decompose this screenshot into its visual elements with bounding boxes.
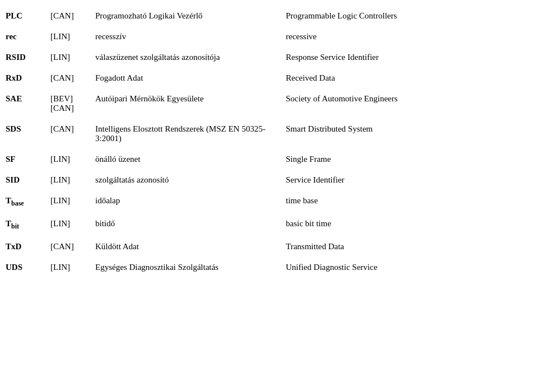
- native-cell: Küldött Adat: [90, 236, 280, 257]
- type-label: [BEV]: [50, 94, 73, 103]
- english-cell: Single Frame: [280, 149, 538, 170]
- english-text: recessive: [286, 32, 317, 41]
- type-label: [LIN]: [50, 219, 70, 228]
- table-row: rec[LIN]recesszívrecessive: [0, 26, 538, 47]
- english-text: Single Frame: [286, 155, 331, 164]
- abbr-cell: PLC: [0, 6, 45, 26]
- abbr-text: UDS: [6, 263, 22, 272]
- native-cell: szolgáltatás azonosító: [90, 170, 280, 190]
- abbr-cell: SAE: [0, 88, 45, 119]
- abbr-cell: SDS: [0, 119, 45, 149]
- type-cell: [CAN]: [45, 236, 90, 257]
- abbr-cell: SID: [0, 170, 45, 190]
- type-label: [LIN]: [50, 53, 70, 62]
- native-text: Fogadott Adat: [95, 73, 143, 82]
- table-row: SAE[BEV][CAN]Autóipari Mérnökök Egyesüle…: [0, 88, 538, 119]
- native-cell: Egységes Diagnosztikai Szolgáltatás: [90, 257, 280, 278]
- type-cell: [LIN]: [45, 213, 90, 236]
- abbr-text: T: [6, 219, 11, 228]
- english-cell: Unified Diagnostic Service: [280, 257, 538, 278]
- table-row: UDS[LIN]Egységes Diagnosztikai Szolgálta…: [0, 257, 538, 278]
- english-text: Unified Diagnostic Service: [286, 263, 377, 272]
- english-text: basic bit time: [286, 219, 331, 228]
- abbr-cell: Tbase: [0, 190, 45, 213]
- native-text: Autóipari Mérnökök Egyesülete: [95, 94, 203, 103]
- english-cell: Transmitted Data: [280, 236, 538, 257]
- abbr-text: SDS: [6, 124, 21, 133]
- type-cell: [LIN]: [45, 257, 90, 278]
- table-row: Tbase[LIN]időalaptime base: [0, 190, 538, 213]
- native-text: recesszív: [95, 32, 126, 41]
- type-label: [CAN]: [50, 104, 74, 113]
- type-cell: [LIN]: [45, 190, 90, 213]
- abbr-text: T: [6, 196, 11, 205]
- native-cell: Intelligens Elosztott Rendszerek (MSZ EN…: [90, 119, 280, 149]
- type-label: [LIN]: [50, 32, 70, 41]
- abbr-cell: RxD: [0, 68, 45, 88]
- native-text: Programozható Logikai Vezérlő: [95, 11, 202, 20]
- abbr-text: SID: [6, 175, 20, 184]
- type-label: [LIN]: [50, 196, 70, 205]
- english-text: Transmitted Data: [286, 242, 344, 251]
- native-text: Egységes Diagnosztikai Szolgáltatás: [95, 263, 219, 272]
- abbr-text: RSID: [6, 53, 26, 62]
- type-label: [CAN]: [50, 124, 74, 133]
- english-cell: recessive: [280, 26, 538, 47]
- english-text: Received Data: [286, 73, 335, 82]
- english-text: Response Service Identifier: [286, 53, 379, 62]
- type-cell: [CAN]: [45, 119, 90, 149]
- native-cell: önálló üzenet: [90, 149, 280, 170]
- abbr-text: rec: [6, 32, 17, 41]
- native-cell: recesszív: [90, 26, 280, 47]
- english-cell: basic bit time: [280, 213, 538, 236]
- table-row: TxD[CAN]Küldött AdatTransmitted Data: [0, 236, 538, 257]
- english-cell: Response Service Identifier: [280, 47, 538, 68]
- english-cell: Service Identifier: [280, 170, 538, 190]
- type-label: [LIN]: [50, 263, 70, 272]
- type-cell: [LIN]: [45, 47, 90, 68]
- english-cell: Received Data: [280, 68, 538, 88]
- type-cell: [LIN]: [45, 26, 90, 47]
- table-row: SID[LIN]szolgáltatás azonosítóService Id…: [0, 170, 538, 190]
- abbr-cell: RSID: [0, 47, 45, 68]
- type-cell: [CAN]: [45, 68, 90, 88]
- type-cell: [LIN]: [45, 149, 90, 170]
- english-text: time base: [286, 196, 318, 205]
- english-text: Service Identifier: [286, 175, 345, 184]
- abbr-cell: UDS: [0, 257, 45, 278]
- table-row: SDS[CAN]Intelligens Elosztott Rendszerek…: [0, 119, 538, 149]
- english-cell: Smart Distributed System: [280, 119, 538, 149]
- type-cell: [CAN]: [45, 6, 90, 26]
- native-cell: Autóipari Mérnökök Egyesülete: [90, 88, 280, 119]
- native-cell: Programozható Logikai Vezérlő: [90, 6, 280, 26]
- table-row: RSID[LIN]válaszüzenet szolgáltatás azono…: [0, 47, 538, 68]
- native-cell: Fogadott Adat: [90, 68, 280, 88]
- native-text: bitidő: [95, 219, 115, 228]
- english-text: Programmable Logic Controllers: [286, 11, 397, 20]
- abbr-text: SAE: [6, 94, 22, 103]
- abbr-text: SF: [6, 155, 16, 164]
- native-text: Küldött Adat: [95, 242, 139, 251]
- abbr-text: TxD: [6, 242, 21, 251]
- english-text: Society of Automotive Engineers: [286, 94, 398, 103]
- type-cell: [BEV][CAN]: [45, 88, 90, 119]
- table-row: RxD[CAN]Fogadott AdatReceived Data: [0, 68, 538, 88]
- english-cell: Society of Automotive Engineers: [280, 88, 538, 119]
- abbr-cell: Tbit: [0, 213, 45, 236]
- type-label: [LIN]: [50, 155, 70, 164]
- english-text: Smart Distributed System: [286, 124, 373, 133]
- table-row: PLC[CAN]Programozható Logikai VezérlőPro…: [0, 6, 538, 26]
- native-cell: bitidő: [90, 213, 280, 236]
- table-row: SF[LIN]önálló üzenetSingle Frame: [0, 149, 538, 170]
- glossary-table: PLC[CAN]Programozható Logikai VezérlőPro…: [0, 0, 538, 283]
- native-cell: válaszüzenet szolgáltatás azonosítója: [90, 47, 280, 68]
- native-text: szolgáltatás azonosító: [95, 175, 169, 184]
- abbr-cell: rec: [0, 26, 45, 47]
- type-label: [LIN]: [50, 175, 70, 184]
- native-cell: időalap: [90, 190, 280, 213]
- native-text: önálló üzenet: [95, 155, 140, 164]
- abbr-text: PLC: [6, 11, 22, 20]
- type-label: [CAN]: [50, 11, 74, 20]
- type-cell: [LIN]: [45, 170, 90, 190]
- native-text: válaszüzenet szolgáltatás azonosítója: [95, 53, 220, 62]
